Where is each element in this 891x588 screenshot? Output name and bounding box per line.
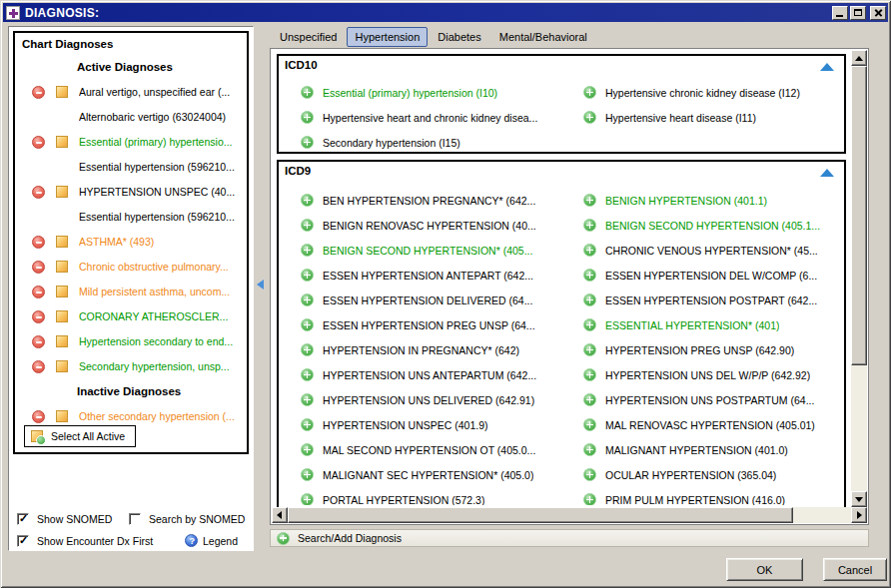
add-diagnosis-icon[interactable]: [301, 418, 314, 431]
legend-help-icon[interactable]: [185, 534, 198, 547]
note-icon[interactable]: [56, 310, 68, 322]
icd-diagnosis-row[interactable]: MALIGNANT SEC HYPERTENSION* (405.0): [279, 462, 561, 487]
horizontal-scroll-thumb[interactable]: [288, 507, 793, 523]
add-diagnosis-icon[interactable]: [301, 393, 314, 406]
add-diagnosis-icon[interactable]: [301, 443, 314, 456]
icd-diagnosis-row[interactable]: MAL SECOND HYPERTENSION OT (405.0...: [279, 437, 561, 462]
add-diagnosis-icon[interactable]: [301, 294, 314, 306]
add-diagnosis-icon[interactable]: [301, 111, 314, 124]
tab-mental-behavioral[interactable]: Mental/Behavioral: [491, 27, 595, 47]
maximize-button[interactable]: [850, 6, 866, 20]
note-icon[interactable]: [56, 261, 68, 273]
add-diagnosis-icon[interactable]: [301, 136, 314, 149]
icd-diagnosis-row[interactable]: PRIM PULM HYPERTENSION (416.0): [561, 487, 844, 505]
add-diagnosis-icon[interactable]: [583, 269, 596, 282]
icd-diagnosis-row[interactable]: Secondary hypertension (I15): [279, 130, 561, 150]
note-icon[interactable]: [56, 136, 68, 148]
note-icon[interactable]: [56, 236, 68, 248]
add-diagnosis-icon[interactable]: [583, 443, 596, 456]
icd-diagnosis-row[interactable]: MALIGNANT HYPERTENSION (401.0): [561, 437, 844, 462]
note-icon[interactable]: [56, 186, 68, 198]
icd-diagnosis-row[interactable]: BENIGN RENOVASC HYPERTENSION (40...: [279, 213, 561, 238]
icd-diagnosis-row[interactable]: HYPERTENSION UNS DEL W/P/P (642.92): [561, 362, 844, 387]
remove-diagnosis-icon[interactable]: [32, 335, 45, 348]
remove-diagnosis-icon[interactable]: [32, 310, 45, 323]
icd-diagnosis-row[interactable]: HYPERTENSION UNS DELIVERED (642.91): [279, 387, 561, 412]
search-by-snomed-checkbox[interactable]: [129, 513, 141, 525]
chart-diagnosis-row[interactable]: ASTHMA* (493): [15, 230, 245, 255]
scroll-left-button[interactable]: [272, 507, 288, 523]
icd-diagnosis-row[interactable]: BEN HYPERTENSION PREGNANCY* (642...: [279, 188, 561, 213]
icd-diagnosis-row[interactable]: BENIGN HYPERTENSION (401.1): [561, 188, 844, 213]
icd-diagnosis-row[interactable]: ESSEN HYPERTENSION PREG UNSP (64...: [279, 312, 561, 337]
collapse-icd10-icon[interactable]: [820, 63, 834, 71]
add-diagnosis-icon[interactable]: [583, 194, 596, 207]
tab-unspecified[interactable]: Unspecified: [272, 27, 345, 47]
remove-diagnosis-icon[interactable]: [32, 136, 45, 149]
icd-diagnosis-row[interactable]: BENIGN SECOND HYPERTENSION* (405...: [279, 238, 561, 263]
add-diagnosis-icon[interactable]: [583, 493, 596, 505]
add-diagnosis-icon[interactable]: [301, 219, 314, 232]
add-diagnosis-icon[interactable]: [301, 368, 314, 381]
tab-hypertension[interactable]: Hypertension: [347, 27, 428, 47]
icd-diagnosis-row[interactable]: OCULAR HYPERTENSION (365.04): [561, 462, 844, 487]
chart-diagnosis-row[interactable]: Aural vertigo, unspecified ear (...: [15, 80, 245, 105]
chart-diagnosis-row[interactable]: Secondary hypertension, unsp...: [15, 354, 245, 379]
icd-diagnosis-row[interactable]: Hypertensive heart and chronic kidney di…: [279, 105, 561, 130]
scroll-down-button[interactable]: [851, 491, 867, 507]
add-diagnosis-icon[interactable]: [301, 493, 314, 505]
icd-diagnosis-row[interactable]: CHRONIC VENOUS HYPERTENSION* (45...: [561, 238, 844, 263]
icd-diagnosis-row[interactable]: ESSEN HYPERTENSION POSTPART (642...: [561, 288, 844, 312]
remove-diagnosis-icon[interactable]: [32, 360, 45, 373]
chart-diagnosis-row[interactable]: Hypertension secondary to end...: [15, 329, 245, 354]
remove-diagnosis-icon[interactable]: [32, 86, 45, 99]
remove-diagnosis-icon[interactable]: [32, 261, 45, 274]
close-button[interactable]: [870, 6, 886, 20]
icd-diagnosis-row[interactable]: Essential (primary) hypertension (I10): [279, 80, 561, 105]
add-diagnosis-icon[interactable]: [301, 468, 314, 481]
chart-diagnosis-row[interactable]: Alternobaric vertigo (63024004): [15, 105, 245, 130]
add-diagnosis-icon[interactable]: [301, 343, 314, 356]
remove-diagnosis-icon[interactable]: [32, 186, 45, 199]
minimize-button[interactable]: [832, 6, 848, 20]
icd-diagnosis-row[interactable]: HYPERTENSION UNS ANTEPARTUM (642...: [279, 362, 561, 387]
ok-button[interactable]: OK: [726, 558, 803, 581]
chart-diagnosis-row[interactable]: Chronic obstructive pulmonary...: [15, 255, 245, 280]
remove-diagnosis-icon[interactable]: [32, 236, 45, 249]
collapse-icd9-icon[interactable]: [820, 169, 834, 177]
vertical-scroll-thumb[interactable]: [851, 66, 867, 365]
note-icon[interactable]: [56, 86, 68, 98]
icd-diagnosis-row[interactable]: ESSEN HYPERTENSION DEL W/COMP (6...: [561, 263, 844, 288]
select-all-active-button[interactable]: Select All Active: [24, 425, 136, 447]
icd-diagnosis-row[interactable]: ESSENTIAL HYPERTENSION* (401): [561, 312, 844, 337]
chart-diagnosis-row[interactable]: Essential hypertension (596210...: [15, 155, 245, 180]
icd-diagnosis-row[interactable]: ESSEN HYPERTENSION ANTEPART (642...: [279, 263, 561, 288]
icd-diagnosis-row[interactable]: HYPERTENSION UNSPEC (401.9): [279, 412, 561, 437]
chart-diagnosis-row[interactable]: Essential hypertension (596210...: [15, 205, 245, 230]
add-diagnosis-icon[interactable]: [583, 111, 596, 124]
add-diagnosis-icon[interactable]: [583, 393, 596, 406]
add-diagnosis-icon[interactable]: [301, 86, 314, 99]
remove-diagnosis-icon[interactable]: [32, 286, 45, 298]
add-diagnosis-icon[interactable]: [583, 343, 596, 356]
icd-diagnosis-row[interactable]: Hypertensive chronic kidney disease (I12…: [561, 80, 844, 105]
add-diagnosis-icon[interactable]: [301, 194, 314, 207]
add-diagnosis-icon[interactable]: [583, 468, 596, 481]
add-diagnosis-icon[interactable]: [301, 269, 314, 282]
note-icon[interactable]: [56, 410, 68, 422]
remove-diagnosis-icon[interactable]: [32, 410, 45, 423]
note-icon[interactable]: [56, 335, 68, 347]
cancel-button[interactable]: Cancel: [823, 558, 887, 581]
add-diagnosis-icon[interactable]: [301, 318, 314, 331]
search-add-diagnosis-button[interactable]: Search/Add Diagnosis: [270, 529, 869, 547]
icd-diagnosis-row[interactable]: HYPERTENSION UNS POSTPARTUM (64...: [561, 387, 844, 412]
icd-diagnosis-row[interactable]: HYPERTENSION IN PREGNANCY* (642): [279, 337, 561, 362]
panel-collapse-arrow-icon[interactable]: [257, 280, 264, 290]
add-diagnosis-icon[interactable]: [583, 219, 596, 232]
chart-diagnosis-row[interactable]: CORONARY ATHEROSCLER...: [15, 304, 245, 329]
scroll-right-button[interactable]: [851, 507, 867, 523]
icd-diagnosis-row[interactable]: PORTAL HYPERTENSION (572.3): [279, 487, 561, 505]
note-icon[interactable]: [56, 360, 68, 372]
add-diagnosis-icon[interactable]: [583, 294, 596, 306]
show-encounter-dx-first-checkbox[interactable]: [17, 535, 29, 547]
